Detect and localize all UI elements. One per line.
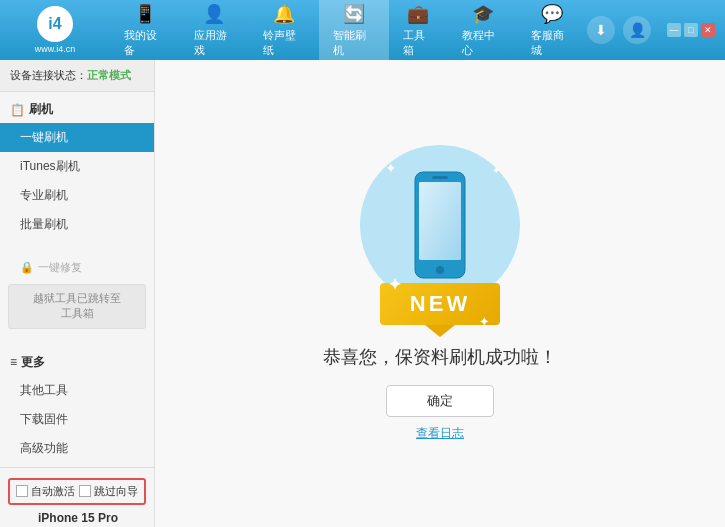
lock-icon: 🔒: [20, 261, 34, 274]
close-button[interactable]: ✕: [701, 23, 715, 37]
toolbox-icon: 💼: [407, 3, 429, 25]
svg-rect-4: [419, 182, 461, 260]
guide-export-label: 跳过向导: [94, 484, 138, 499]
log-link[interactable]: 查看日志: [416, 425, 464, 442]
tutorial-icon: 🎓: [472, 3, 494, 25]
minimize-button[interactable]: —: [667, 23, 681, 37]
auto-activate-label: 自动激活: [31, 484, 75, 499]
repair-disabled-text: 越狱工具已跳转至工具箱: [33, 292, 121, 319]
status-value: 正常模式: [87, 69, 131, 81]
sidebar-item-download-firmware[interactable]: 下载固件: [0, 405, 154, 434]
nav-tutorial-label: 教程中心: [462, 28, 504, 58]
download-button[interactable]: ⬇: [587, 16, 615, 44]
logo-icon: i4: [37, 6, 73, 42]
device-info: 📱 iPhone 15 Pro Max 512GB iPhone: [4, 507, 150, 527]
sidebar-item-itunes-flash[interactable]: iTunes刷机: [0, 152, 154, 181]
nav-service[interactable]: 💬 客服商城: [517, 0, 587, 64]
apps-icon: 👤: [203, 3, 225, 25]
sidebar-section-flash: 📋 刷机 一键刷机 iTunes刷机 专业刷机 批量刷机: [0, 92, 154, 243]
phone-illustration: [410, 170, 470, 280]
sidebar-bottom: 自动激活 跳过向导 📱 iPhone 15 Pro Max 512GB iPho…: [0, 467, 154, 527]
new-badge: ✦ NEW ✦: [380, 283, 500, 325]
header-actions: ⬇ 👤 — □ ✕: [587, 16, 715, 44]
success-title: 恭喜您，保资料刷机成功啦！: [323, 345, 557, 369]
nav-apps[interactable]: 👤 应用游戏: [180, 0, 250, 64]
window-controls: — □ ✕: [667, 23, 715, 37]
section-flash-header: 📋 刷机: [0, 96, 154, 123]
section-more-header: ≡ 更多: [0, 349, 154, 376]
logo: i4 www.i4.cn: [10, 6, 100, 54]
sidebar-item-pro-flash[interactable]: 专业刷机: [0, 181, 154, 210]
nav-service-label: 客服商城: [531, 28, 573, 58]
nav-apps-label: 应用游戏: [194, 28, 236, 58]
content-area: ✦ ✦: [155, 60, 725, 527]
more-header-icon: ≡: [10, 355, 17, 369]
repair-disabled-box: 越狱工具已跳转至工具箱: [8, 284, 146, 329]
status-label: 设备连接状态：: [10, 69, 87, 81]
header: i4 www.i4.cn 📱 我的设备 👤 应用游戏 🔔 铃声壁纸 🔄 智能刷机…: [0, 0, 725, 60]
main-layout: 设备连接状态：正常模式 📋 刷机 一键刷机 iTunes刷机 专业刷机 批量刷机: [0, 60, 725, 527]
nav-my-device[interactable]: 📱 我的设备: [110, 0, 180, 64]
nav-toolbox-label: 工具箱: [403, 28, 434, 58]
auto-activate-checkbox-label[interactable]: 自动激活: [16, 484, 75, 499]
maximize-button[interactable]: □: [684, 23, 698, 37]
logo-text: www.i4.cn: [35, 44, 76, 54]
device-auto-row: 自动激活 跳过向导: [8, 478, 146, 505]
guide-export-checkbox[interactable]: [79, 485, 91, 497]
sidebar: 设备连接状态：正常模式 📋 刷机 一键刷机 iTunes刷机 专业刷机 批量刷机: [0, 60, 155, 527]
sidebar-item-advanced[interactable]: 高级功能: [0, 434, 154, 463]
nav-toolbox[interactable]: 💼 工具箱: [389, 0, 448, 64]
sparkle-top-right: ✦: [492, 165, 500, 176]
nav-my-device-label: 我的设备: [124, 28, 166, 58]
sidebar-section-repair: 🔒 一键修复 越狱工具已跳转至工具箱: [0, 251, 154, 337]
user-button[interactable]: 👤: [623, 16, 651, 44]
ringtone-icon: 🔔: [273, 3, 295, 25]
sidebar-item-one-click-flash[interactable]: 一键刷机: [0, 123, 154, 152]
sidebar-section-more: ≡ 更多 其他工具 下载固件 高级功能: [0, 345, 154, 467]
repair-header-disabled: 🔒 一键修复: [0, 255, 154, 280]
svg-rect-2: [432, 176, 448, 179]
auto-activate-checkbox[interactable]: [16, 485, 28, 497]
sidebar-item-other-tools[interactable]: 其他工具: [0, 376, 154, 405]
phone-circle: ✦ ✦: [360, 145, 520, 305]
sidebar-item-batch-flash[interactable]: 批量刷机: [0, 210, 154, 239]
guide-export-checkbox-label[interactable]: 跳过向导: [79, 484, 138, 499]
new-banner-container: ✦ NEW ✦: [380, 283, 500, 325]
device-name: iPhone 15 Pro Max: [38, 511, 142, 527]
illustration: ✦ ✦: [360, 145, 520, 325]
new-text: NEW: [410, 291, 470, 316]
sidebar-status: 设备连接状态：正常模式: [0, 60, 154, 92]
sparkle-new-left: ✦: [388, 275, 404, 294]
nav-bar: 📱 我的设备 👤 应用游戏 🔔 铃声壁纸 🔄 智能刷机 💼 工具箱 🎓 教程中心…: [110, 0, 587, 64]
my-device-icon: 📱: [134, 3, 156, 25]
confirm-button[interactable]: 确定: [386, 385, 494, 417]
flash-header-icon: 📋: [10, 103, 25, 117]
nav-smart-flash-label: 智能刷机: [333, 28, 375, 58]
smart-flash-icon: 🔄: [343, 3, 365, 25]
nav-smart-flash[interactable]: 🔄 智能刷机: [319, 0, 389, 64]
banner-triangle: [425, 325, 455, 337]
nav-ringtone-label: 铃声壁纸: [263, 28, 305, 58]
service-icon: 💬: [541, 3, 563, 25]
sparkle-top-left: ✦: [385, 160, 397, 176]
nav-ringtone[interactable]: 🔔 铃声壁纸: [249, 0, 319, 64]
device-details: iPhone 15 Pro Max 512GB iPhone: [38, 511, 142, 527]
sparkle-new-right: ✦: [479, 315, 492, 329]
svg-point-3: [436, 266, 444, 274]
nav-tutorial[interactable]: 🎓 教程中心: [448, 0, 518, 64]
